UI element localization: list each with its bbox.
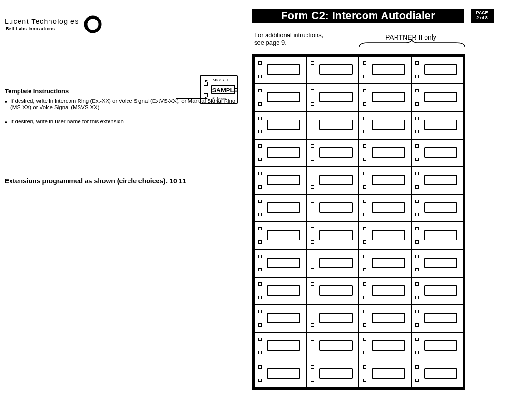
checkbox-icon [311, 213, 314, 216]
checkbox-icon [258, 296, 262, 299]
checkbox-icon [311, 130, 314, 133]
grid-row [254, 277, 464, 305]
entry-field [372, 230, 405, 240]
entry-field [372, 340, 405, 351]
entry-field [319, 313, 353, 323]
checkbox-icon [363, 310, 366, 313]
checkbox-icon [363, 282, 366, 286]
sample-cell: MSVS-30 S. Jones [200, 75, 238, 104]
grid-cell [411, 111, 464, 139]
entry-field [372, 92, 405, 102]
checkbox-icon [363, 185, 366, 189]
checkbox-icon [415, 144, 419, 148]
checkbox-icon [258, 268, 262, 271]
grid-cell [254, 56, 306, 84]
checkbox-icon [258, 172, 262, 175]
grid-cell [411, 222, 464, 250]
entry-field [319, 64, 353, 75]
entry-field [319, 368, 353, 379]
checkbox-icon [258, 200, 262, 203]
checkbox-icon [415, 227, 419, 230]
checkbox-icon [258, 130, 262, 133]
grid-cell [254, 111, 306, 139]
checkbox-icon [363, 117, 366, 120]
grid-cell [254, 84, 306, 111]
checkbox-icon [415, 379, 419, 382]
checkbox-icon [258, 144, 262, 148]
grid-cell [411, 250, 464, 277]
grid-cell [411, 332, 464, 360]
checkbox-icon [311, 158, 314, 161]
entry-field [267, 64, 300, 75]
template-instructions-heading: Template Instructions [5, 88, 69, 95]
checkbox-icon [258, 75, 262, 78]
curly-brace-icon [358, 39, 465, 48]
checkbox-icon [363, 144, 366, 148]
checkbox-icon [258, 61, 262, 65]
sample-bottom-label: S. Jones [212, 96, 227, 101]
grid-cell [359, 167, 411, 194]
checkbox-icon [258, 213, 262, 216]
entry-field [267, 285, 300, 296]
grid-row [254, 139, 464, 167]
entry-field [372, 258, 405, 268]
form-title-bar: Form C2: Intercom Autodialer [252, 9, 464, 23]
grid-cell [359, 222, 411, 250]
logo-row: Lucent Technologies Bell Labs Innovation… [5, 14, 247, 34]
entry-field [372, 285, 405, 296]
checkbox-icon [363, 365, 366, 369]
grid-cell [306, 111, 359, 139]
entry-field [319, 230, 353, 240]
grid-cell [254, 360, 306, 388]
grid-cell [359, 111, 411, 139]
checkbox-icon [258, 117, 262, 120]
grid-cell [359, 360, 411, 388]
checkbox-icon [311, 296, 314, 299]
checkbox-icon [258, 158, 262, 161]
additional-instructions: For additional intructions, see page 9. [254, 31, 323, 46]
checkbox-icon [415, 282, 419, 286]
grid-row [254, 250, 464, 277]
grid-row [254, 222, 464, 250]
entry-field [319, 120, 353, 130]
checkbox-icon [415, 323, 419, 327]
checkbox-icon [415, 185, 419, 189]
page-value: 2 of 8 [471, 16, 494, 20]
svg-point-0 [86, 17, 100, 31]
grid-cell [254, 139, 306, 167]
grid-cell [411, 56, 464, 84]
checkbox-icon [415, 255, 419, 258]
company-text-block: Lucent Technologies Bell Labs Innovation… [5, 18, 79, 31]
checkbox-icon [258, 310, 262, 313]
checkbox-icon [415, 102, 419, 106]
checkbox-icon [363, 255, 366, 258]
checkbox-icon [311, 255, 314, 258]
grid-cell [306, 332, 359, 360]
checkbox-icon [258, 282, 262, 286]
grid-cell [411, 360, 464, 388]
grid-cell [359, 277, 411, 305]
checkbox-icon [311, 172, 314, 175]
checkbox-icon [415, 117, 419, 120]
checkbox-icon [311, 240, 314, 244]
checkbox-icon [311, 351, 314, 354]
additional-instructions-line1: For additional intructions, [254, 31, 323, 39]
entry-field [424, 258, 457, 268]
entry-field [424, 340, 457, 351]
entry-field [267, 147, 300, 158]
grid-row [254, 84, 464, 111]
checkbox-icon [363, 61, 366, 65]
checkbox-icon [311, 117, 314, 120]
grid-cell [306, 139, 359, 167]
checkbox-icon [415, 240, 419, 244]
entry-field [267, 230, 300, 240]
checkbox-icon [415, 213, 419, 216]
checkbox-icon [415, 200, 419, 203]
grid-cell [254, 250, 306, 277]
grid-cell [306, 305, 359, 332]
entry-field [424, 285, 457, 296]
checkbox-icon [311, 75, 314, 78]
checkbox-icon [204, 93, 208, 97]
checkbox-icon [311, 268, 314, 271]
checkbox-icon [258, 351, 262, 354]
